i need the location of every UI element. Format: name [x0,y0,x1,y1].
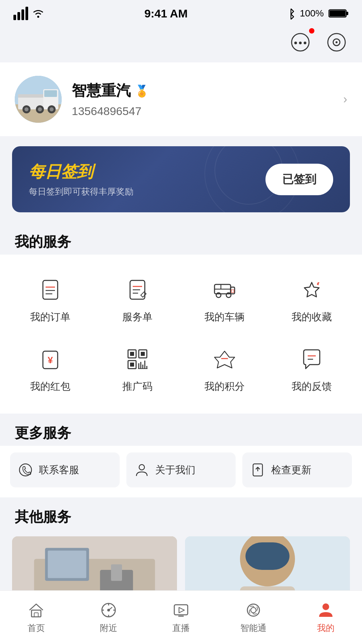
service-order-icon [125,278,149,302]
update-icon [250,463,265,477]
favorites-icon-wrap [297,275,327,305]
service-order-label: 服务单 [122,310,153,324]
svg-rect-18 [44,90,57,97]
avatar[interactable] [15,76,62,123]
qrcode-label: 推广码 [122,380,153,393]
svg-point-85 [251,607,256,613]
order-icon-wrap [35,275,65,305]
profile-chevron[interactable]: › [343,92,347,106]
service-item-order[interactable]: 我的订单 [7,265,94,334]
points-icon-wrap [209,344,240,374]
my-services-title: 我的服务 [0,222,362,255]
status-left [13,7,45,20]
status-bar: 9:41 AM 100% [0,0,362,27]
avatar-image [15,76,62,123]
svg-rect-25 [43,280,58,299]
profile-name-row: 智慧重汽 🏅 [72,81,149,101]
svg-point-86 [322,603,329,610]
svg-text:¥: ¥ [48,355,53,365]
home-icon [27,601,46,620]
qrcode-icon [125,347,149,371]
battery-icon [328,8,349,18]
service-item-feedback[interactable]: 我的反馈 [268,334,355,404]
message-icon [288,30,312,54]
status-right: 100% [287,7,349,19]
feedback-icon [300,347,324,371]
svg-point-6 [299,42,302,44]
svg-rect-68 [111,565,122,581]
service-order-icon-wrap [122,275,153,305]
svg-rect-49 [130,363,134,367]
svg-rect-2 [346,12,348,15]
more-service-item-contact[interactable]: 联系客服 [10,452,120,487]
nav-item-home[interactable]: 首页 [9,601,63,634]
checkin-banner: 每日签到 每日签到即可获得丰厚奖励 已签到 [12,146,350,212]
svg-point-0 [37,16,39,18]
service-item-redpacket[interactable]: ¥ 我的红包 [7,334,94,404]
contact-label: 联系客服 [39,463,79,477]
vehicle-icon-wrap [209,275,240,305]
update-label: 检查更新 [271,463,311,477]
svg-rect-74 [34,613,38,617]
more-service-item-about[interactable]: 关于我们 [126,452,236,487]
live-icon [172,601,190,620]
service-item-vehicle[interactable]: 我的车辆 [181,265,268,334]
crown-badge: 🏅 [135,84,149,98]
svg-point-7 [304,42,306,44]
svg-point-24 [50,107,54,111]
bluetooth-icon [287,7,295,19]
smart-icon [244,601,263,620]
svg-rect-71 [245,542,289,570]
time-display: 9:41 AM [144,7,188,20]
other-services-title: 其他服务 [0,497,362,530]
vehicle-icon [213,278,237,302]
svg-point-5 [294,42,297,44]
svg-rect-66 [48,551,86,578]
points-icon [213,347,237,371]
service-item-service-order[interactable]: 服务单 [94,265,181,334]
nav-item-smart[interactable]: 智能通 [227,601,280,634]
message-button[interactable] [288,30,312,56]
svg-rect-73 [32,610,41,617]
profile-left: 智慧重汽 🏅 13564896547 [15,76,149,123]
redpacket-label: 我的红包 [30,380,70,393]
svg-rect-3 [329,10,346,16]
service-item-points[interactable]: 我的积分 [181,334,268,404]
checkin-subtitle: 每日签到即可获得丰厚奖励 [29,186,133,198]
message-badge [309,28,314,34]
checkin-button[interactable]: 已签到 [265,164,333,195]
svg-marker-82 [179,607,184,613]
username-text: 智慧重汽 [72,81,131,101]
svg-point-20 [24,107,28,111]
svg-point-10 [336,41,338,43]
checkin-title: 每日签到 [29,161,133,182]
order-icon [38,278,62,302]
svg-point-22 [38,107,42,111]
svg-rect-47 [141,352,145,356]
svg-rect-45 [130,352,134,356]
nav-item-live[interactable]: 直播 [154,601,208,634]
profile-section: 智慧重汽 🏅 13564896547 › [0,62,362,136]
nav-label-home: 首页 [27,622,45,634]
profile-phone: 13564896547 [72,105,149,118]
favorites-label: 我的收藏 [292,310,332,324]
qrcode-icon-wrap [122,344,153,374]
redpacket-icon-wrap: ¥ [35,344,65,374]
points-label: 我的积分 [204,380,245,393]
nav-label-mine: 我的 [317,622,335,634]
service-item-qrcode[interactable]: 推广码 [94,334,181,404]
nav-item-nearby[interactable]: 附近 [82,601,135,634]
svg-rect-81 [174,605,188,615]
service-item-favorites[interactable]: 我的收藏 [268,265,355,334]
more-service-item-update[interactable]: 检查更新 [242,452,352,487]
signal-icon [13,7,28,20]
svg-point-60 [139,465,144,470]
checkin-text: 每日签到 每日签到即可获得丰厚奖励 [29,161,133,198]
feedback-icon-wrap [297,344,327,374]
top-icons-row [0,27,362,62]
scan-button[interactable] [324,30,349,56]
about-label: 关于我们 [155,463,195,477]
nav-item-mine[interactable]: 我的 [299,601,353,634]
more-services-grid: 联系客服 关于我们 检查更新 [0,446,362,497]
svg-rect-39 [231,290,234,292]
